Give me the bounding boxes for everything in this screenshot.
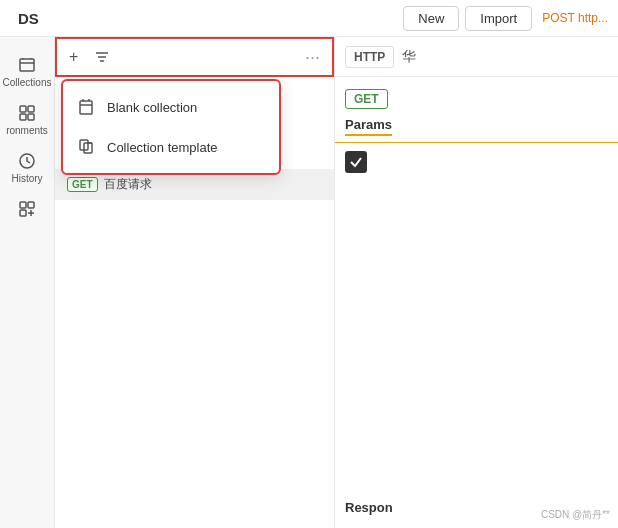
plugins-icon [17, 199, 37, 219]
collections-icon [17, 55, 37, 75]
new-button[interactable]: New [403, 6, 459, 31]
more-options-button[interactable]: ··· [301, 45, 324, 70]
blank-collection-label: Blank collection [107, 100, 197, 115]
main-area: Collections ronments History [0, 37, 618, 528]
more-icon: ··· [305, 47, 320, 68]
collection-template-label: Collection template [107, 140, 218, 155]
topbar: DS New Import POST http... [0, 0, 618, 37]
filter-button[interactable] [90, 47, 114, 67]
environments-label: ronments [6, 125, 48, 137]
params-label: Params [345, 117, 392, 136]
sidebar-item-plugins[interactable] [0, 191, 54, 225]
right-panel: HTTP 华 GET Params Respon [335, 37, 618, 528]
sidebar-item-environments[interactable]: ronments [0, 95, 54, 141]
params-section: Params [335, 115, 618, 143]
get-badge: GET [67, 177, 98, 192]
url-preview: POST http... [542, 11, 608, 25]
svg-rect-15 [80, 101, 92, 114]
svg-rect-8 [28, 202, 34, 208]
checkbox-icon[interactable] [345, 151, 367, 173]
collections-toolbar: + ··· [55, 37, 334, 77]
chinese-lang-button[interactable]: 华 [402, 48, 416, 66]
svg-rect-2 [20, 106, 26, 112]
svg-rect-7 [20, 202, 26, 208]
plus-icon: + [69, 48, 78, 66]
sidebar-item-collections[interactable]: Collections [0, 47, 54, 93]
right-toolbar: HTTP 华 [335, 37, 618, 77]
checkbox-row [335, 143, 618, 181]
svg-rect-4 [20, 114, 26, 120]
svg-rect-3 [28, 106, 34, 112]
add-collection-button[interactable]: + [65, 46, 82, 68]
collection-template-item[interactable]: Collection template [63, 127, 279, 167]
dropdown-menu: Blank collection Collection template [61, 79, 281, 175]
http-label: HTTP [354, 50, 385, 64]
watermark: CSDN @简丹** [541, 508, 610, 522]
sidebar-item-history[interactable]: History [0, 143, 54, 189]
svg-rect-9 [20, 210, 26, 216]
get-section: GET [335, 77, 618, 115]
get-method-badge: GET [345, 89, 388, 109]
blank-collection-item[interactable]: Blank collection [63, 87, 279, 127]
response-label: Respon [345, 500, 393, 515]
list-item-title: 百度请求 [104, 176, 152, 193]
http-button[interactable]: HTTP [345, 46, 394, 68]
import-button[interactable]: Import [465, 6, 532, 31]
environments-icon [17, 103, 37, 123]
collections-label: Collections [3, 77, 52, 89]
collections-panel: + ··· [55, 37, 335, 528]
svg-rect-5 [28, 114, 34, 120]
history-icon [17, 151, 37, 171]
brand-label: DS [10, 10, 39, 27]
sidebar-icons: Collections ronments History [0, 37, 55, 528]
blank-collection-icon [77, 97, 97, 117]
history-label: History [11, 173, 42, 185]
filter-icon [94, 49, 110, 65]
svg-rect-0 [20, 59, 34, 71]
collection-template-icon [77, 137, 97, 157]
